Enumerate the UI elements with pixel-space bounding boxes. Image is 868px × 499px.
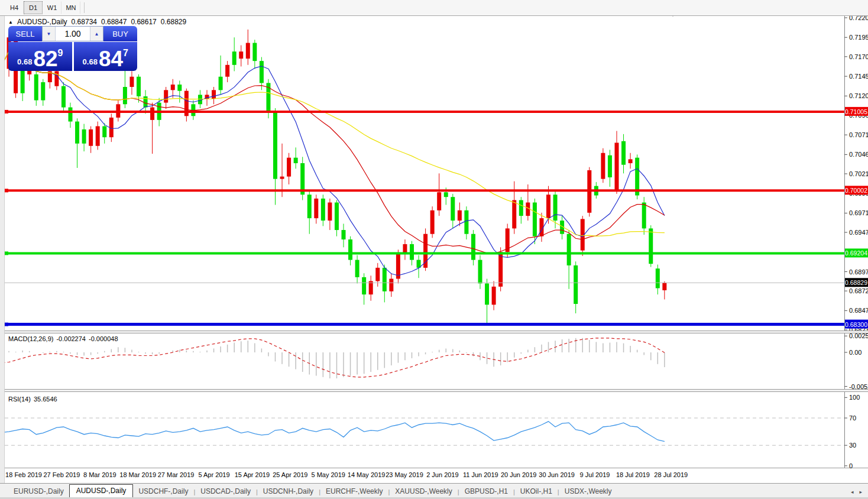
candle-body	[478, 260, 482, 284]
candle-body	[662, 283, 666, 290]
timeframe-button-mn[interactable]: MN	[61, 1, 80, 14]
buy-button[interactable]: BUY	[103, 26, 137, 41]
candle-body	[109, 118, 114, 137]
tab-usdcad-daily[interactable]: USDCAD-,Daily	[195, 485, 256, 498]
volume-input[interactable]: 1.00	[56, 27, 90, 41]
rsi-tick-label: 70	[849, 414, 856, 422]
sell-price-panel[interactable]: 0.68 82 9	[8, 42, 72, 71]
candle-body	[144, 96, 148, 108]
moving-average-line-8	[2, 51, 665, 276]
buy-price-pip: 7	[123, 48, 128, 59]
ohlc-close: 0.68829	[161, 18, 186, 26]
sell-price-prefix: 0.68	[17, 57, 32, 66]
level-badge-0.68300	[845, 320, 868, 329]
candle-body	[396, 254, 400, 279]
candle-body	[574, 265, 578, 304]
candle-body	[191, 104, 195, 116]
tab-scroll-right-icon[interactable]: ▸	[859, 489, 862, 495]
candle-body	[205, 95, 209, 99]
candle-body	[601, 153, 605, 179]
candle-body	[560, 221, 564, 234]
rsi-tick-label: 30	[849, 442, 856, 449]
price-tick-label: 0.71950	[849, 34, 868, 41]
tab-usdcnh-daily[interactable]: USDCNH-,Daily	[258, 485, 319, 498]
tab-gbpusd-h1[interactable]: GBPUSD-,H1	[459, 485, 513, 498]
candle-body	[355, 260, 359, 277]
candle-body	[649, 228, 653, 264]
price-tick-label: 0.71205	[849, 92, 868, 99]
level-badge-0.71005-text: 0.71005	[845, 108, 867, 115]
candle-body	[444, 192, 448, 197]
timeframe-button-d1[interactable]: D1	[24, 1, 43, 14]
price-tick-label: 0.68725	[849, 287, 868, 294]
tab-eurusd-daily[interactable]: EURUSD-,Daily	[8, 485, 69, 498]
candle-body	[164, 90, 168, 102]
volume-down-icon[interactable]: ▼	[43, 27, 56, 41]
tab-audusd-daily[interactable]: AUDUSD-,Daily	[69, 484, 134, 498]
volume-up-icon[interactable]: ▲	[90, 27, 103, 41]
date-label: 30 Jun 2019	[539, 471, 575, 478]
candle-body	[403, 244, 407, 254]
candle-body	[328, 203, 332, 221]
candle-body	[102, 127, 106, 138]
tab-ukoil-h1[interactable]: UKOil-,H1	[515, 485, 558, 498]
candle-body	[642, 203, 646, 229]
rsi-label: RSI(14) 35.6546	[8, 396, 57, 403]
tab-usdx-weekly[interactable]: USDX-,Weekly	[559, 485, 617, 498]
candle-body	[252, 43, 257, 61]
macd-signal-line	[2, 338, 665, 377]
level-anchor	[5, 323, 8, 326]
ohlc-low: 0.68617	[131, 18, 156, 26]
candle-body	[512, 200, 516, 229]
price-tick-label: 0.70960	[849, 112, 868, 119]
date-label: 9 Jul 2019	[580, 471, 610, 478]
candle-body	[212, 90, 216, 99]
candle-body	[430, 210, 435, 234]
timeframe-button-w1[interactable]: W1	[43, 1, 61, 14]
price-tick-label: 0.71455	[849, 73, 868, 80]
one-click-trade-panel: SELL ▼ 1.00 ▲ BUY 0.68 82 9 0.68 84 7	[8, 26, 137, 71]
level-anchor	[5, 251, 8, 255]
price-tick-label: 0.70215	[849, 170, 868, 177]
candle-body	[219, 77, 223, 90]
candle-body	[410, 244, 414, 260]
ohlc-open: 0.68734	[72, 18, 97, 26]
timeframe-button-h4[interactable]: H4	[5, 1, 24, 14]
date-label: 11 Jun 2019	[463, 471, 498, 478]
moving-average-line-20	[2, 51, 665, 254]
buy-price-big: 84	[99, 50, 123, 69]
chart-canvas[interactable]: 0.722000.719500.717050.714550.712050.709…	[0, 0, 868, 499]
tab-eurchf-weekly[interactable]: EURCHF-,Weekly	[320, 485, 388, 498]
date-label: 18 Feb 2019	[5, 471, 42, 478]
tab-scroll-left-icon[interactable]: ◂	[851, 489, 854, 495]
buy-price-panel[interactable]: 0.68 84 7	[74, 42, 138, 71]
tab-xauusd-weekly[interactable]: XAUUSD-,Weekly	[390, 485, 457, 498]
candle-body	[307, 195, 312, 218]
candle-body	[48, 71, 52, 82]
candle-body	[342, 230, 346, 239]
candle-body	[150, 108, 154, 120]
candle-body	[260, 61, 264, 83]
pane-divider[interactable]	[0, 389, 868, 391]
candle-body	[96, 127, 100, 146]
price-tick-label: 0.69715	[849, 209, 868, 216]
candle-body	[294, 158, 298, 163]
tab-usdchf-daily[interactable]: USDCHF-,Daily	[133, 485, 193, 498]
date-label: 2 Jun 2019	[426, 471, 458, 478]
candle-body	[492, 287, 496, 305]
level-badge-0.69204-text: 0.69204	[845, 250, 867, 257]
sell-button[interactable]: SELL	[8, 26, 42, 41]
candle-body	[157, 103, 161, 120]
candle-body	[608, 155, 612, 177]
chart-tabs: EURUSD-,DailyAUDUSD-,DailyUSDCHF-,Daily|…	[8, 484, 617, 498]
pane-divider[interactable]	[0, 330, 868, 333]
price-tick-label: 0.70710	[849, 131, 868, 138]
candle-body	[75, 122, 79, 144]
candle-body	[389, 278, 393, 291]
level-badge-0.68300-text: 0.68300	[845, 321, 867, 328]
rsi-title: RSI(14)	[8, 396, 31, 403]
date-label: 5 May 2019	[311, 471, 345, 478]
candle-body	[629, 159, 633, 163]
candle-body	[69, 108, 73, 122]
price-tick-label: 0.71705	[849, 53, 868, 60]
